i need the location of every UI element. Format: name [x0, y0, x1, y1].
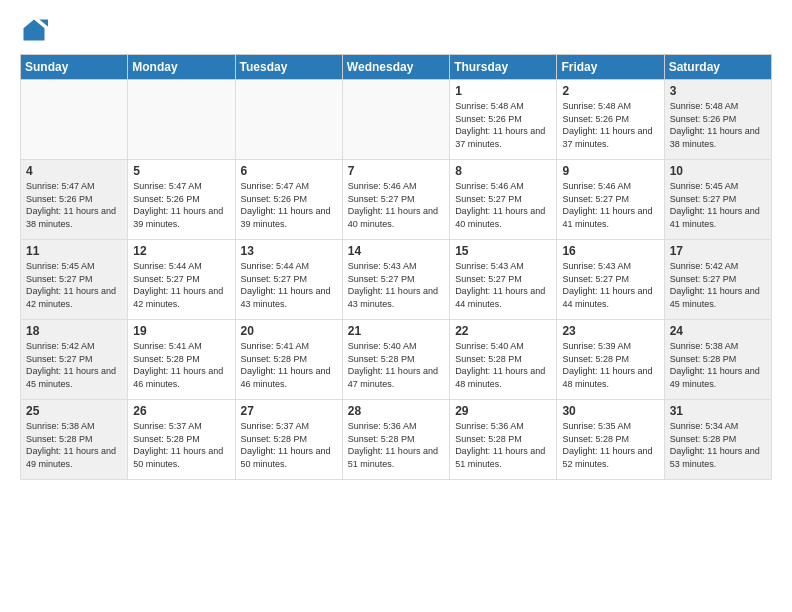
calendar-cell: 25Sunrise: 5:38 AMSunset: 5:28 PMDayligh… — [21, 400, 128, 480]
day-info: Sunrise: 5:44 AMSunset: 5:27 PMDaylight:… — [241, 260, 337, 310]
day-number: 6 — [241, 164, 337, 178]
calendar-cell: 19Sunrise: 5:41 AMSunset: 5:28 PMDayligh… — [128, 320, 235, 400]
day-number: 5 — [133, 164, 229, 178]
day-info: Sunrise: 5:42 AMSunset: 5:27 PMDaylight:… — [26, 340, 122, 390]
day-info: Sunrise: 5:36 AMSunset: 5:28 PMDaylight:… — [348, 420, 444, 470]
day-info: Sunrise: 5:47 AMSunset: 5:26 PMDaylight:… — [26, 180, 122, 230]
day-info: Sunrise: 5:37 AMSunset: 5:28 PMDaylight:… — [133, 420, 229, 470]
day-number: 12 — [133, 244, 229, 258]
calendar-cell: 13Sunrise: 5:44 AMSunset: 5:27 PMDayligh… — [235, 240, 342, 320]
week-row-2: 4Sunrise: 5:47 AMSunset: 5:26 PMDaylight… — [21, 160, 772, 240]
weekday-header-thursday: Thursday — [450, 55, 557, 80]
calendar-cell — [21, 80, 128, 160]
day-number: 4 — [26, 164, 122, 178]
calendar-cell: 1Sunrise: 5:48 AMSunset: 5:26 PMDaylight… — [450, 80, 557, 160]
calendar-cell: 5Sunrise: 5:47 AMSunset: 5:26 PMDaylight… — [128, 160, 235, 240]
day-number: 26 — [133, 404, 229, 418]
calendar-cell: 28Sunrise: 5:36 AMSunset: 5:28 PMDayligh… — [342, 400, 449, 480]
calendar-cell: 4Sunrise: 5:47 AMSunset: 5:26 PMDaylight… — [21, 160, 128, 240]
day-info: Sunrise: 5:47 AMSunset: 5:26 PMDaylight:… — [241, 180, 337, 230]
day-number: 13 — [241, 244, 337, 258]
weekday-header-row: SundayMondayTuesdayWednesdayThursdayFrid… — [21, 55, 772, 80]
day-number: 18 — [26, 324, 122, 338]
calendar-cell: 3Sunrise: 5:48 AMSunset: 5:26 PMDaylight… — [664, 80, 771, 160]
day-info: Sunrise: 5:42 AMSunset: 5:27 PMDaylight:… — [670, 260, 766, 310]
calendar-cell: 24Sunrise: 5:38 AMSunset: 5:28 PMDayligh… — [664, 320, 771, 400]
day-number: 25 — [26, 404, 122, 418]
day-info: Sunrise: 5:34 AMSunset: 5:28 PMDaylight:… — [670, 420, 766, 470]
day-number: 24 — [670, 324, 766, 338]
day-info: Sunrise: 5:48 AMSunset: 5:26 PMDaylight:… — [455, 100, 551, 150]
calendar-cell — [342, 80, 449, 160]
calendar-cell: 27Sunrise: 5:37 AMSunset: 5:28 PMDayligh… — [235, 400, 342, 480]
calendar-cell: 20Sunrise: 5:41 AMSunset: 5:28 PMDayligh… — [235, 320, 342, 400]
day-info: Sunrise: 5:37 AMSunset: 5:28 PMDaylight:… — [241, 420, 337, 470]
day-info: Sunrise: 5:43 AMSunset: 5:27 PMDaylight:… — [455, 260, 551, 310]
page: SundayMondayTuesdayWednesdayThursdayFrid… — [0, 0, 792, 490]
day-number: 2 — [562, 84, 658, 98]
day-number: 3 — [670, 84, 766, 98]
calendar-cell: 12Sunrise: 5:44 AMSunset: 5:27 PMDayligh… — [128, 240, 235, 320]
calendar-cell: 2Sunrise: 5:48 AMSunset: 5:26 PMDaylight… — [557, 80, 664, 160]
calendar-cell: 14Sunrise: 5:43 AMSunset: 5:27 PMDayligh… — [342, 240, 449, 320]
day-number: 16 — [562, 244, 658, 258]
calendar-cell: 17Sunrise: 5:42 AMSunset: 5:27 PMDayligh… — [664, 240, 771, 320]
day-number: 9 — [562, 164, 658, 178]
day-info: Sunrise: 5:46 AMSunset: 5:27 PMDaylight:… — [348, 180, 444, 230]
day-info: Sunrise: 5:46 AMSunset: 5:27 PMDaylight:… — [455, 180, 551, 230]
weekday-header-monday: Monday — [128, 55, 235, 80]
day-info: Sunrise: 5:38 AMSunset: 5:28 PMDaylight:… — [26, 420, 122, 470]
day-number: 28 — [348, 404, 444, 418]
calendar-cell: 22Sunrise: 5:40 AMSunset: 5:28 PMDayligh… — [450, 320, 557, 400]
day-info: Sunrise: 5:45 AMSunset: 5:27 PMDaylight:… — [26, 260, 122, 310]
calendar-cell: 10Sunrise: 5:45 AMSunset: 5:27 PMDayligh… — [664, 160, 771, 240]
day-number: 10 — [670, 164, 766, 178]
calendar-cell: 16Sunrise: 5:43 AMSunset: 5:27 PMDayligh… — [557, 240, 664, 320]
day-number: 27 — [241, 404, 337, 418]
day-number: 1 — [455, 84, 551, 98]
logo-icon — [20, 16, 48, 44]
week-row-4: 18Sunrise: 5:42 AMSunset: 5:27 PMDayligh… — [21, 320, 772, 400]
day-info: Sunrise: 5:41 AMSunset: 5:28 PMDaylight:… — [241, 340, 337, 390]
day-info: Sunrise: 5:45 AMSunset: 5:27 PMDaylight:… — [670, 180, 766, 230]
calendar-table: SundayMondayTuesdayWednesdayThursdayFrid… — [20, 54, 772, 480]
calendar-cell: 21Sunrise: 5:40 AMSunset: 5:28 PMDayligh… — [342, 320, 449, 400]
day-number: 8 — [455, 164, 551, 178]
day-number: 14 — [348, 244, 444, 258]
calendar-cell: 11Sunrise: 5:45 AMSunset: 5:27 PMDayligh… — [21, 240, 128, 320]
day-number: 15 — [455, 244, 551, 258]
week-row-3: 11Sunrise: 5:45 AMSunset: 5:27 PMDayligh… — [21, 240, 772, 320]
day-info: Sunrise: 5:39 AMSunset: 5:28 PMDaylight:… — [562, 340, 658, 390]
day-info: Sunrise: 5:43 AMSunset: 5:27 PMDaylight:… — [562, 260, 658, 310]
header — [20, 16, 772, 44]
calendar-cell: 30Sunrise: 5:35 AMSunset: 5:28 PMDayligh… — [557, 400, 664, 480]
calendar-cell: 7Sunrise: 5:46 AMSunset: 5:27 PMDaylight… — [342, 160, 449, 240]
day-info: Sunrise: 5:48 AMSunset: 5:26 PMDaylight:… — [670, 100, 766, 150]
day-number: 21 — [348, 324, 444, 338]
day-number: 30 — [562, 404, 658, 418]
calendar-cell: 15Sunrise: 5:43 AMSunset: 5:27 PMDayligh… — [450, 240, 557, 320]
svg-marker-0 — [24, 20, 45, 41]
day-number: 23 — [562, 324, 658, 338]
calendar-cell — [235, 80, 342, 160]
day-number: 19 — [133, 324, 229, 338]
day-info: Sunrise: 5:46 AMSunset: 5:27 PMDaylight:… — [562, 180, 658, 230]
weekday-header-wednesday: Wednesday — [342, 55, 449, 80]
logo — [20, 16, 52, 44]
day-number: 17 — [670, 244, 766, 258]
day-info: Sunrise: 5:41 AMSunset: 5:28 PMDaylight:… — [133, 340, 229, 390]
calendar-cell: 9Sunrise: 5:46 AMSunset: 5:27 PMDaylight… — [557, 160, 664, 240]
day-info: Sunrise: 5:35 AMSunset: 5:28 PMDaylight:… — [562, 420, 658, 470]
day-number: 20 — [241, 324, 337, 338]
day-info: Sunrise: 5:43 AMSunset: 5:27 PMDaylight:… — [348, 260, 444, 310]
day-info: Sunrise: 5:48 AMSunset: 5:26 PMDaylight:… — [562, 100, 658, 150]
calendar-cell: 29Sunrise: 5:36 AMSunset: 5:28 PMDayligh… — [450, 400, 557, 480]
day-number: 7 — [348, 164, 444, 178]
day-info: Sunrise: 5:40 AMSunset: 5:28 PMDaylight:… — [348, 340, 444, 390]
day-number: 29 — [455, 404, 551, 418]
week-row-5: 25Sunrise: 5:38 AMSunset: 5:28 PMDayligh… — [21, 400, 772, 480]
weekday-header-saturday: Saturday — [664, 55, 771, 80]
day-number: 31 — [670, 404, 766, 418]
day-info: Sunrise: 5:40 AMSunset: 5:28 PMDaylight:… — [455, 340, 551, 390]
weekday-header-friday: Friday — [557, 55, 664, 80]
